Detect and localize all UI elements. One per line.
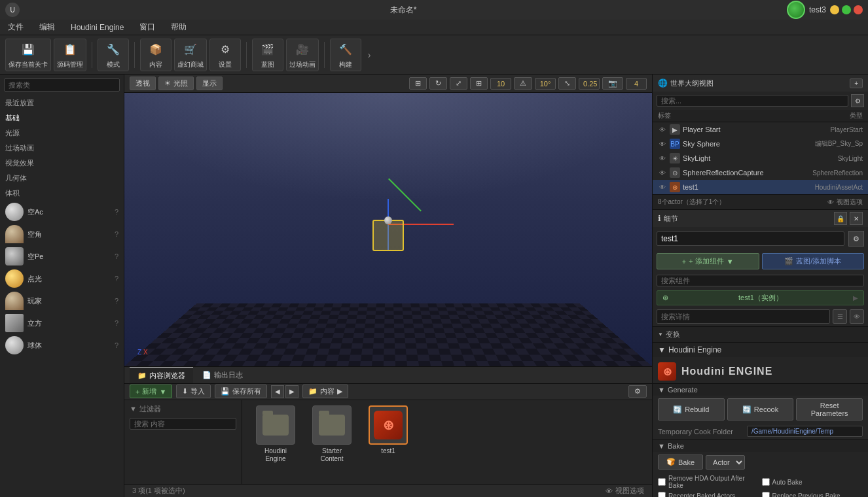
bake-type-select[interactable]: Actor xyxy=(706,455,745,470)
nav-forward[interactable]: ▶ xyxy=(285,385,298,398)
lighting-btn[interactable]: ☀ 光照 xyxy=(158,77,194,90)
list-item[interactable]: 球体 ? xyxy=(0,334,124,356)
auto-bake-checkbox[interactable] xyxy=(762,478,770,486)
show-btn[interactable]: 显示 xyxy=(196,77,223,90)
outliner-row[interactable]: 👁 ⊙ SphereReflectionCapture SphereReflec… xyxy=(653,165,868,180)
replace-bake-check[interactable]: Replace Previous Bake xyxy=(762,492,863,497)
menu-help[interactable]: 帮助 xyxy=(168,20,189,34)
item-help[interactable]: ? xyxy=(115,341,118,349)
grid-btn[interactable]: ⊞ xyxy=(470,77,488,90)
list-item[interactable]: 空角 ? xyxy=(0,223,124,245)
he-bake-section[interactable]: ▼ Bake xyxy=(653,439,868,452)
replace-bake-checkbox[interactable] xyxy=(762,492,770,497)
save-all-btn[interactable]: 💾 保存所有 xyxy=(215,385,267,398)
import-btn[interactable]: ⬇ 导入 xyxy=(176,385,211,398)
grid-size[interactable]: 10 xyxy=(490,78,511,90)
left-search-input[interactable] xyxy=(4,78,120,92)
section-basic[interactable]: 基础 xyxy=(0,111,124,126)
transform-section[interactable]: ▼ 变换 xyxy=(653,326,868,342)
list-item[interactable]: 立方 ? xyxy=(0,312,124,334)
toolbar-blueprint[interactable]: 🎬 蓝图 xyxy=(252,39,283,71)
toolbar-save[interactable]: 💾 保存当前关卡 xyxy=(5,39,51,71)
item-help[interactable]: ? xyxy=(115,230,118,238)
outliner-row[interactable]: 👁 ▶ Player Start PlayerStart xyxy=(653,122,868,137)
outliner-settings-btn[interactable]: ⚙ xyxy=(851,94,864,107)
toolbar-settings[interactable]: ⚙ 设置 xyxy=(209,39,241,71)
list-item[interactable]: 空Ac ? xyxy=(0,201,124,223)
he-section-header[interactable]: ▼ Houdini Engine xyxy=(653,342,868,357)
detail-eye-btn[interactable]: 👁 xyxy=(850,309,864,324)
content-path-btn[interactable]: 📁 内容 ▶ xyxy=(302,385,348,398)
expand-btn[interactable]: ⤡ xyxy=(558,77,576,90)
details-settings-btn[interactable]: ⚙ xyxy=(848,231,864,247)
rotate-snap[interactable]: ↻ xyxy=(429,77,447,90)
menu-edit[interactable]: 编辑 xyxy=(37,20,58,34)
section-volume[interactable]: 体积 xyxy=(0,186,124,201)
toolbar-expand[interactable]: › xyxy=(364,39,374,71)
cam-value[interactable]: 4 xyxy=(626,78,647,90)
add-component-btn[interactable]: + + 添加组件 ▼ xyxy=(657,253,759,269)
list-item[interactable]: HoudiniEngine xyxy=(253,405,298,479)
toolbar-mode[interactable]: 🔧 模式 xyxy=(98,39,129,71)
outliner-row-selected[interactable]: 👁 ⊛ test1 HoudiniAssetAct xyxy=(653,180,868,194)
he-generate-section[interactable]: ▼ Generate xyxy=(653,383,868,396)
list-item[interactable]: ⊛ test1 xyxy=(365,405,411,479)
section-visual[interactable]: 视觉效果 xyxy=(0,156,124,171)
detail-grid-btn[interactable]: ☰ xyxy=(833,309,847,324)
view-settings-btn[interactable]: ⚙ xyxy=(628,385,647,398)
new-btn[interactable]: + 新增 ▼ xyxy=(130,385,172,398)
maximize-button[interactable] xyxy=(842,5,851,14)
visibility-btn[interactable]: 👁 xyxy=(658,125,667,134)
toolbar-content[interactable]: 📦 内容 xyxy=(140,39,172,71)
list-item[interactable]: 空Pe ? xyxy=(0,245,124,267)
perspective-btn[interactable]: 透视 xyxy=(130,77,156,90)
item-help[interactable]: ? xyxy=(115,297,118,305)
blueprint-script-btn[interactable]: 🎬 蓝图/添加脚本 xyxy=(762,253,865,269)
outliner-search-input[interactable] xyxy=(657,95,848,107)
actor-name-input[interactable] xyxy=(657,231,844,246)
component-search-input[interactable] xyxy=(657,275,864,286)
recenter-check[interactable]: Recenter Baked Actors xyxy=(658,492,759,497)
angle-value[interactable]: 10° xyxy=(535,78,556,90)
outliner-row[interactable]: 👁 ☀ SkyLight SkyLight xyxy=(653,151,868,165)
actor-type-link[interactable]: 编辑BP_Sky_Sp xyxy=(784,139,863,148)
reset-params-btn[interactable]: Reset Parameters xyxy=(796,398,863,420)
visibility-btn[interactable]: 👁 xyxy=(658,139,667,148)
visibility-btn[interactable]: 👁 xyxy=(658,168,667,177)
tab-output-log[interactable]: 📄 输出日志 xyxy=(194,368,251,383)
remove-hda-check[interactable]: Remove HDA Output After Bake xyxy=(658,475,759,489)
list-item[interactable]: StarterContent xyxy=(309,405,355,479)
item-help[interactable]: ? xyxy=(115,208,118,216)
section-light[interactable]: 光源 xyxy=(0,126,124,141)
item-help[interactable]: ? xyxy=(115,252,118,260)
toolbar-source[interactable]: 📋 源码管理 xyxy=(54,39,86,71)
viewport-canvas[interactable]: Z X xyxy=(124,93,652,366)
visibility-btn[interactable]: 👁 xyxy=(658,154,667,163)
tab-content-browser[interactable]: 📁 内容浏览器 xyxy=(130,367,193,383)
minimize-button[interactable] xyxy=(830,5,839,14)
toolbar-marketplace[interactable]: 🛒 虚幻商城 xyxy=(174,39,207,71)
recent-section[interactable]: 最近放置 xyxy=(0,95,124,111)
angle-warning[interactable]: ⚠ xyxy=(514,77,532,90)
item-help[interactable]: ? xyxy=(115,275,118,283)
bottom-search-input[interactable] xyxy=(130,418,236,430)
details-close-btn[interactable]: ✕ xyxy=(850,212,863,225)
profile-avatar[interactable] xyxy=(787,1,805,19)
recenter-checkbox[interactable] xyxy=(658,492,666,497)
component-instance[interactable]: ⊛ test1（实例） ▶ xyxy=(657,290,864,305)
section-cinematic[interactable]: 过场动画 xyxy=(0,141,124,156)
outliner-row[interactable]: 👁 BP Sky Sphere 编辑BP_Sky_Sp xyxy=(653,137,868,151)
bake-btn[interactable]: 🍞 Bake xyxy=(658,454,703,470)
toolbar-build[interactable]: 🔨 构建 xyxy=(330,39,361,71)
list-item[interactable]: 点光 ? xyxy=(0,267,124,290)
menu-file[interactable]: 文件 xyxy=(5,20,26,34)
close-button[interactable] xyxy=(854,5,863,14)
menu-houdini-engine[interactable]: Houdini Engine xyxy=(68,22,126,33)
translate-snap[interactable]: ⊞ xyxy=(409,77,427,90)
recook-btn[interactable]: 🔄 Recook xyxy=(727,398,794,420)
view-options-label[interactable]: 视图选项 xyxy=(615,486,644,496)
visibility-btn[interactable]: 👁 xyxy=(658,182,667,192)
nav-back[interactable]: ◀ xyxy=(271,385,284,398)
outliner-view-options[interactable]: 视图选项 xyxy=(837,197,863,207)
outliner-add-btn[interactable]: + xyxy=(850,78,863,88)
